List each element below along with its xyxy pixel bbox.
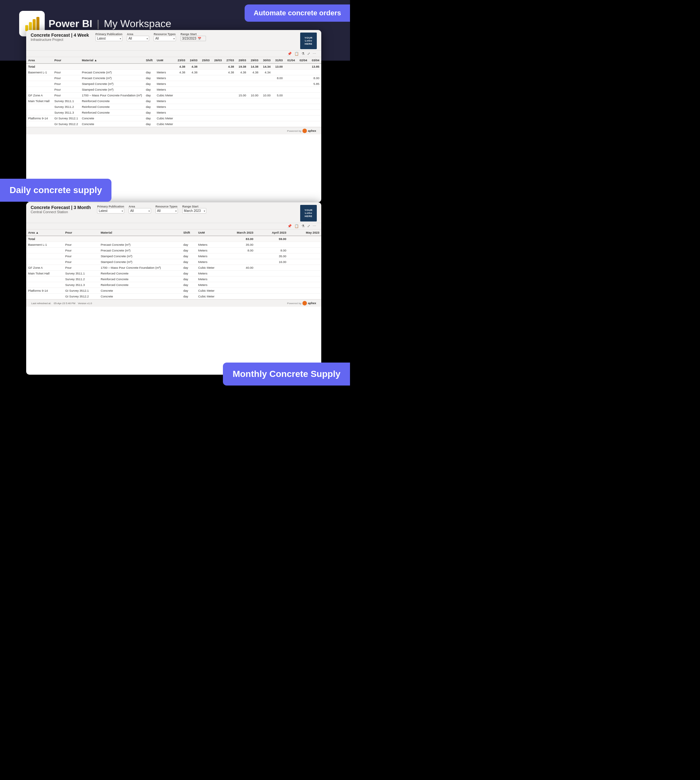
r1-cell-4-9: [224, 93, 236, 98]
r1-cell-9-14: [285, 121, 297, 127]
r1-cell-5-2: Reinforced Concrete: [80, 98, 144, 104]
r2-cell-6-2: Reinforced Concrete: [99, 276, 182, 282]
r1-cell-7-9: [224, 110, 236, 116]
r2-total-shift: [182, 236, 196, 242]
r1-cell-8-10: [236, 116, 248, 121]
report2-row-7: Survey 3511.3Reinforced ConcretedayMeter…: [26, 282, 321, 288]
r2-cell-6-4: Meters: [196, 276, 222, 282]
report1-row-7: Survey 3511.3Reinforced ConcretedayMeter…: [26, 110, 321, 116]
r2-total-uom: [196, 236, 222, 242]
powerbi-title-area: Power BI | My Workspace: [48, 18, 171, 30]
r1-cell-5-14: [285, 98, 297, 104]
report2-row-3: PourStamped Concrete (m³)dayMeters16.00: [26, 259, 321, 265]
report1-title: Concrete Forecast | 4 Week: [31, 33, 89, 38]
r1-cell-6-0: [26, 104, 52, 110]
report1-total-uom: [155, 63, 175, 70]
r1-cell-7-2: Reinforced Concrete: [80, 110, 144, 116]
r2-cell-8-5: [222, 288, 255, 294]
r1-cell-3-0: [26, 87, 52, 93]
report1-row-1: PourPrecast Concrete (m³)dayMeters8.008.…: [26, 75, 321, 81]
r1-cell-9-2: Concrete: [80, 121, 144, 127]
report1-total-area: Total: [26, 63, 52, 70]
report1-total-d10: 19.38: [236, 63, 248, 70]
r1-cell-9-13: [272, 121, 285, 127]
r1-cell-2-0: [26, 81, 52, 87]
more-icon-2[interactable]: ⋯: [313, 224, 316, 228]
r1-cell-7-16: [309, 110, 321, 116]
report2-range-start-select[interactable]: March 2023: [182, 208, 206, 213]
r1-cell-4-15: [297, 93, 309, 98]
pin-icon-2[interactable]: 📌: [287, 224, 292, 228]
r1-cell-5-15: [297, 98, 309, 104]
report1-resource-types-select[interactable]: All: [153, 36, 176, 41]
r1-cell-6-14: [285, 104, 297, 110]
r1-cell-8-3: day: [144, 116, 155, 121]
r1-cell-4-5: [175, 93, 187, 98]
r1-cell-2-2: Stamped Concrete (m³): [80, 81, 144, 87]
r1-cell-4-3: day: [144, 93, 155, 98]
col-header-28-03: 28/03: [236, 57, 248, 63]
r1-cell-4-16: [309, 93, 321, 98]
copy-icon[interactable]: 📋: [295, 52, 299, 56]
r1-cell-5-11: [248, 98, 260, 104]
report1-range-start-input[interactable]: 3/23/2023 📅: [180, 36, 206, 41]
r2-cell-7-4: Meters: [196, 282, 222, 288]
r1-cell-4-13: 5.00: [272, 93, 285, 98]
r1-cell-7-5: [175, 110, 187, 116]
report2-resource-types-select[interactable]: All: [155, 208, 178, 213]
filter-icon-2[interactable]: ⚗: [302, 224, 305, 228]
report2-table: Area ▲ Pour Material Shift UoM March 202…: [26, 230, 321, 299]
r1-cell-3-7: [199, 87, 212, 93]
more-icon[interactable]: ⋯: [313, 52, 316, 56]
r1-cell-0-8: [212, 70, 223, 75]
report2-row-9: GI Survey 3512.2ConcretedayCubic Meter: [26, 294, 321, 299]
r1-cell-6-10: [236, 104, 248, 110]
report1-area-select[interactable]: All: [127, 36, 149, 41]
r1-cell-6-11: [248, 104, 260, 110]
r2-cell-3-0: [26, 259, 63, 265]
r1-cell-2-14: [285, 81, 297, 87]
aphex-brand-2: aphex: [308, 302, 316, 305]
report2-primary-pub-select[interactable]: Latest: [97, 208, 124, 213]
r1-cell-5-6: [187, 98, 199, 104]
col-header-03-04: 03/04: [309, 57, 321, 63]
expand-icon-2[interactable]: ⤢: [307, 224, 310, 228]
r2-cell-2-1: Pour: [63, 253, 99, 259]
r2-cell-5-2: Reinforced Concrete: [99, 271, 182, 276]
report1-total-d7: [199, 63, 212, 70]
r1-cell-9-5: [175, 121, 187, 127]
r2-cell-0-1: Pour: [63, 242, 99, 248]
r2-cell-7-3: day: [182, 282, 196, 288]
r2-cell-1-7: [288, 248, 321, 253]
powerbi-label: Power BI: [48, 18, 92, 30]
r1-cell-9-6: [187, 121, 199, 127]
r1-cell-6-2: Reinforced Concrete: [80, 104, 144, 110]
r1-cell-5-12: [260, 98, 272, 104]
r1-cell-4-0: GF Zone A: [26, 93, 52, 98]
col2-header-may: May 2023: [288, 230, 321, 236]
copy-icon-2[interactable]: 📋: [295, 224, 299, 228]
r2-cell-9-6: [255, 294, 288, 299]
report1-total-d11: 14.38: [248, 63, 260, 70]
report1-primary-pub-select[interactable]: Latest: [95, 36, 123, 41]
r2-cell-7-5: [222, 282, 255, 288]
expand-icon[interactable]: ⤢: [307, 52, 310, 56]
col2-header-april: April 2023: [255, 230, 288, 236]
daily-badge: Daily concrete supply: [0, 179, 112, 202]
r2-cell-8-3: day: [182, 288, 196, 294]
filter-icon[interactable]: ⚗: [302, 52, 305, 56]
r2-cell-4-3: day: [182, 265, 196, 271]
report2-title-area: Concrete Forecast | 3 Month Central Conn…: [31, 205, 91, 214]
report1-row-2: PourStamped Concrete (m³)dayMeters5.85: [26, 81, 321, 87]
r1-cell-4-8: [212, 93, 223, 98]
r2-cell-2-6: 35.00: [255, 253, 288, 259]
r2-cell-2-4: Meters: [196, 253, 222, 259]
pin-icon[interactable]: 📌: [287, 52, 292, 56]
r2-cell-2-7: [288, 253, 321, 259]
report2-area-select[interactable]: All: [129, 208, 151, 213]
r1-cell-8-15: [297, 116, 309, 121]
r2-cell-8-6: [255, 288, 288, 294]
r1-cell-7-12: [260, 110, 272, 116]
report2-filters: Primary Publication Latest Area All Reso…: [97, 205, 300, 213]
r2-cell-5-3: day: [182, 271, 196, 276]
